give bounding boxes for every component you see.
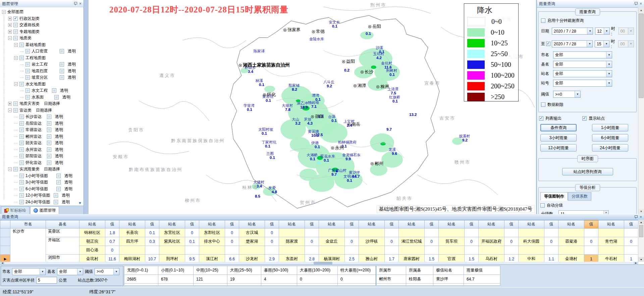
dropdown-arrow-icon[interactable]: ▼ [606, 80, 612, 86]
value-cell[interactable] [504, 246, 519, 255]
dropdown-arrow-icon[interactable]: ▼ [606, 52, 612, 58]
value-cell[interactable]: 0 [544, 237, 558, 246]
layer-checkbox[interactable] [19, 128, 24, 132]
qbar-threshold-select[interactable]: >=0▼ [95, 268, 119, 275]
station-cell[interactable]: 筒车坝 [439, 237, 465, 246]
value-cell[interactable] [185, 246, 199, 255]
layer-checkbox[interactable] [19, 115, 24, 119]
right-panel-scrollbar[interactable]: ▲ ▼ [638, 7, 644, 214]
layer-label[interactable]: 郴州雷达 [25, 134, 42, 139]
value-cell[interactable] [544, 246, 558, 255]
layer-label[interactable]: 实况雨量类 [19, 166, 40, 172]
column-header-value[interactable]: 值 [145, 220, 159, 228]
layer-label[interactable]: 人口密度 [32, 48, 48, 54]
tree-scroll-down-icon[interactable]: ▼ [78, 201, 82, 205]
rain-1h-button[interactable]: 1小时雨量 [592, 124, 628, 131]
station-cell[interactable]: 霞凝港 [558, 237, 584, 246]
value-cell[interactable] [265, 246, 279, 255]
column-header-value[interactable]: 值 [305, 220, 319, 228]
station-cell[interactable]: 青竹湖 [598, 237, 624, 246]
layer-checkbox[interactable] [13, 101, 18, 106]
scroll-down-icon[interactable]: ▼ [638, 209, 644, 214]
value-cell[interactable]: 0 [265, 228, 279, 237]
tab-layer-manager[interactable]: 图层管理 [30, 206, 59, 214]
value-cell[interactable]: 0.1 [185, 237, 199, 246]
tree-item[interactable]: 岩土工程透明 [20, 61, 48, 68]
tree-item[interactable]: -全部图层 [2, 9, 23, 15]
value-cell[interactable]: 0 [385, 237, 399, 246]
stepper-up-icon[interactable]: ▲ [604, 211, 608, 214]
value-cell[interactable]: 0 [345, 237, 359, 246]
layer-checkbox[interactable] [19, 154, 24, 158]
tree-item[interactable]: -雷达类日期选择 [8, 107, 52, 114]
value-cell[interactable] [624, 246, 638, 255]
station-cell[interactable]: 田心港 [79, 246, 105, 255]
county-cell[interactable]: 芙蓉区 [46, 228, 79, 237]
station-cell[interactable] [439, 228, 465, 237]
column-header-station[interactable]: 站名 [79, 220, 105, 228]
column-header-station[interactable]: 站名 [319, 220, 345, 228]
station-cell[interactable] [359, 228, 385, 237]
column-header-station[interactable]: 站名 [199, 220, 225, 228]
column-header-value[interactable]: 值 [584, 220, 598, 228]
transparent-checkbox[interactable] [47, 115, 51, 119]
layer-label[interactable]: 6小时等值图 [25, 186, 48, 192]
city-select[interactable]: 全部▼ [553, 51, 612, 58]
transparent-checkbox[interactable] [56, 180, 61, 184]
layer-checkbox[interactable] [25, 88, 30, 93]
value-cell[interactable]: 0.3 [145, 237, 159, 246]
value-cell[interactable] [145, 246, 159, 255]
station-cell[interactable]: 朝正垸 [79, 237, 105, 246]
tree-item[interactable]: -水文地质图 [14, 81, 46, 87]
layer-checkbox[interactable] [25, 62, 30, 67]
column-header-value[interactable]: 值 [465, 220, 479, 228]
column-header-city[interactable]: 市名 [10, 220, 46, 228]
column-header-county[interactable]: 县名 [46, 220, 79, 228]
layer-label[interactable]: 水文地质图 [25, 81, 46, 87]
tree-expander-icon[interactable]: + [8, 102, 12, 105]
value-cell[interactable] [584, 228, 598, 237]
transparent-checkbox[interactable] [54, 193, 58, 198]
layer-checkbox[interactable] [13, 23, 18, 27]
layer-checkbox[interactable] [13, 167, 18, 171]
station-cell[interactable]: 开福区政府 [479, 237, 504, 246]
station-cell[interactable] [558, 246, 584, 255]
close-icon[interactable]: × [79, 2, 82, 6]
row-indicator[interactable] [0, 228, 10, 237]
tree-item[interactable]: 3小时等值图透明 [14, 179, 48, 185]
dropdown-arrow-icon[interactable]: ▼ [40, 268, 45, 275]
station-cell[interactable]: 东宜社区 [159, 228, 185, 237]
close-icon[interactable]: × [640, 2, 642, 6]
county-cell[interactable]: 开福区 [46, 237, 79, 255]
dropdown-arrow-icon[interactable]: ▼ [604, 28, 609, 34]
scroll-up-icon[interactable]: ▲ [638, 7, 644, 13]
tree-item[interactable]: 常德雷达透明 [14, 127, 42, 133]
scrollbar-thumb[interactable] [639, 225, 643, 237]
scroll-up-icon[interactable]: ▲ [638, 220, 644, 224]
tree-item[interactable]: 郴州雷达透明 [14, 133, 42, 140]
value-cell[interactable] [465, 228, 479, 237]
layer-label[interactable]: 永州雷达 [25, 147, 42, 153]
layer-label[interactable]: 岳阳雷达 [25, 121, 42, 126]
station-cell[interactable] [159, 246, 185, 255]
station-cell[interactable]: 古汉城 [239, 228, 265, 237]
tree-item[interactable]: 长沙雷达透明 [14, 114, 42, 120]
column-header-value[interactable]: 值 [265, 220, 279, 228]
layer-checkbox[interactable] [19, 43, 24, 47]
dropdown-arrow-icon[interactable]: ▼ [587, 28, 593, 34]
column-header-value[interactable]: 值 [185, 220, 199, 228]
tree-expander-icon[interactable]: - [14, 82, 18, 86]
value-cell[interactable]: 1.8 [105, 228, 119, 237]
layer-label[interactable]: 长沙雷达 [25, 114, 42, 120]
station-cell[interactable]: 沙坪镇 [359, 237, 385, 246]
column-header-value[interactable]: 值 [385, 220, 399, 228]
layer-label[interactable]: 水文工程 [32, 88, 48, 93]
station-cell[interactable]: 陈家渡 [279, 237, 305, 246]
column-header-value[interactable]: 值 [425, 220, 439, 228]
tree-item[interactable]: +地质灾害类日期选择 [8, 100, 60, 107]
column-header-station[interactable]: 站名 [479, 220, 504, 228]
station-cell[interactable]: 金盆丘 [319, 237, 345, 246]
station-timeseries-button[interactable]: 站点时序列查询 [562, 168, 613, 175]
station-cell[interactable]: 东郡社区 [199, 228, 225, 237]
rain-12h-button[interactable]: 12小时雨量 [540, 144, 577, 152]
